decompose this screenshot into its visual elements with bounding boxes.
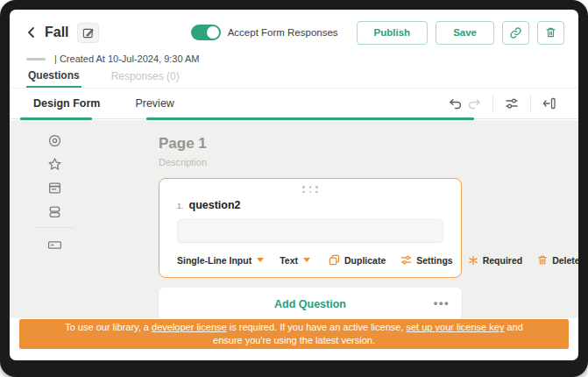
delete-question-button[interactable]: Delete bbox=[537, 254, 578, 266]
collapse-panel-button[interactable] bbox=[540, 94, 559, 113]
chevron-down-icon bbox=[257, 258, 264, 262]
palette-multiline-item[interactable] bbox=[46, 180, 62, 196]
meta-row: | Created At 10-Jul-2024, 9:30 AM bbox=[26, 53, 200, 65]
settings-label: Settings bbox=[416, 255, 452, 266]
collapse-left-icon bbox=[542, 96, 556, 110]
delete-label: Delete bbox=[552, 255, 578, 266]
banner-text: To use our library, a bbox=[65, 322, 152, 332]
delete-trash-icon bbox=[537, 254, 548, 266]
text-block-icon bbox=[47, 181, 62, 196]
question-number: 1. bbox=[177, 202, 184, 210]
question-subtype-dropdown[interactable]: Text bbox=[280, 255, 310, 266]
question-title[interactable]: question2 bbox=[189, 199, 241, 211]
page-panel: Page 1 Description 1. question2 Single-L… bbox=[159, 120, 462, 320]
question-label-row: 1. question2 bbox=[177, 199, 443, 211]
add-question-card[interactable]: Add Question ••• bbox=[159, 288, 462, 320]
trash-icon bbox=[545, 26, 556, 39]
rename-form-button[interactable] bbox=[77, 23, 99, 43]
add-question-button[interactable]: Add Question bbox=[274, 298, 346, 310]
tab-design-form[interactable]: Design Form bbox=[33, 97, 100, 110]
required-toggle-button[interactable]: Required bbox=[468, 255, 523, 266]
undo-icon bbox=[448, 97, 463, 110]
tabs: Questions Responses (0) bbox=[10, 65, 578, 89]
license-banner-text: To use our library, a developer license … bbox=[49, 321, 539, 347]
developer-license-link[interactable]: developer license bbox=[152, 322, 227, 332]
tab-responses[interactable]: Responses (0) bbox=[110, 65, 181, 88]
palette-choice-item[interactable] bbox=[46, 203, 62, 219]
window-frame: Fall Accept Form Responses Publish Save bbox=[0, 0, 588, 377]
tab-preview[interactable]: Preview bbox=[135, 97, 174, 110]
question-settings-button[interactable]: Settings bbox=[400, 254, 452, 266]
more-options-button[interactable]: ••• bbox=[434, 296, 450, 309]
design-canvas: Page 1 Description 1. question2 Single-L… bbox=[10, 120, 578, 318]
license-banner: To use our library, a developer license … bbox=[19, 319, 569, 349]
edit-icon bbox=[82, 27, 94, 39]
choice-group-icon bbox=[47, 204, 62, 219]
sliders-icon bbox=[505, 96, 519, 110]
duplicate-question-button[interactable]: Duplicate bbox=[329, 254, 386, 266]
setup-license-key-link[interactable]: set up your license key bbox=[407, 322, 505, 332]
delete-form-button[interactable] bbox=[537, 21, 564, 45]
question-card[interactable]: 1. question2 Single-Line Input Text bbox=[159, 178, 462, 278]
redo-button[interactable] bbox=[464, 94, 484, 113]
accept-responses-label: Accept Form Responses bbox=[228, 27, 338, 38]
question-toolbar: Single-Line Input Text Duplicate bbox=[177, 254, 443, 266]
chevron-left-icon bbox=[25, 26, 37, 39]
required-label: Required bbox=[483, 255, 523, 266]
star-icon bbox=[47, 157, 62, 172]
question-type-label: Single-Line Input bbox=[177, 255, 251, 266]
palette-divider bbox=[34, 227, 74, 228]
header: Fall Accept Form Responses Publish Save bbox=[25, 18, 564, 46]
accept-responses-toggle[interactable] bbox=[191, 25, 221, 40]
created-at-text: | Created At 10-Jul-2024, 9:30 AM bbox=[54, 53, 200, 64]
app-page: Fall Accept Form Responses Publish Save bbox=[10, 10, 578, 360]
chevron-down-icon bbox=[303, 258, 310, 262]
palette-radio-button-item[interactable] bbox=[46, 132, 62, 148]
radio-button-icon bbox=[47, 133, 62, 148]
page-description[interactable]: Description bbox=[159, 157, 462, 167]
toolbar-divider bbox=[492, 95, 493, 112]
text-input-icon bbox=[47, 238, 62, 253]
meta-dash bbox=[26, 58, 46, 60]
palette-textbox-item[interactable] bbox=[46, 237, 62, 253]
asterisk-icon bbox=[468, 255, 478, 266]
redo-icon bbox=[467, 97, 482, 110]
save-button[interactable]: Save bbox=[436, 21, 494, 45]
toggle-knob bbox=[207, 26, 219, 39]
back-button[interactable] bbox=[25, 26, 37, 39]
duplicate-label: Duplicate bbox=[344, 255, 386, 266]
form-settings-button[interactable] bbox=[502, 94, 521, 113]
settings-sliders-icon bbox=[400, 254, 412, 266]
toolbar-divider bbox=[530, 95, 531, 112]
palette-rating-item[interactable] bbox=[46, 156, 62, 172]
designer-toolbar: Design Form Preview bbox=[10, 89, 578, 119]
undo-button[interactable] bbox=[445, 94, 464, 113]
copy-link-button[interactable] bbox=[502, 21, 529, 45]
question-type-dropdown[interactable]: Single-Line Input bbox=[177, 255, 264, 266]
tab-questions[interactable]: Questions bbox=[26, 65, 81, 88]
duplicate-icon bbox=[329, 254, 340, 266]
publish-button[interactable]: Publish bbox=[357, 21, 429, 45]
form-title: Fall bbox=[45, 25, 69, 40]
banner-text: is required. If you have an active licen… bbox=[227, 322, 407, 332]
link-icon bbox=[509, 26, 522, 39]
drag-handle-icon[interactable] bbox=[301, 186, 319, 193]
question-subtype-label: Text bbox=[280, 255, 298, 266]
page-title: Page 1 bbox=[159, 135, 462, 153]
question-input[interactable] bbox=[177, 219, 443, 243]
